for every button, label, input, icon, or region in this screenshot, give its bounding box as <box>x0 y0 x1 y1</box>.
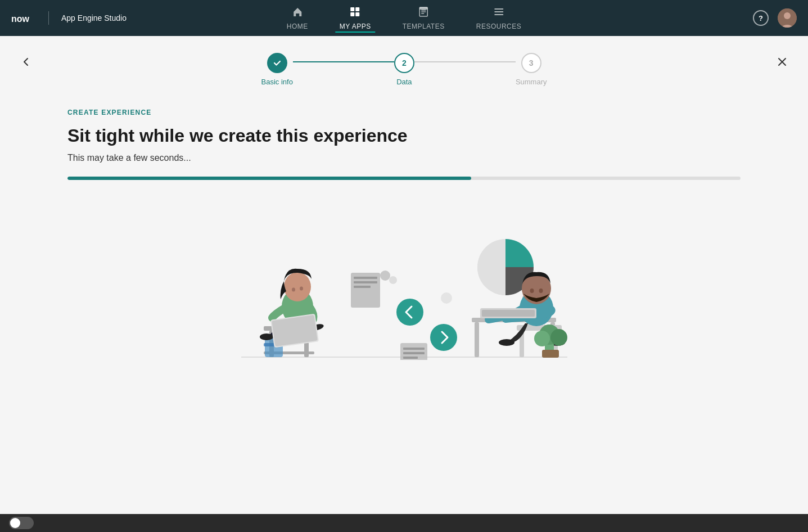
nav-tab-home-label: HOME <box>287 22 308 30</box>
page-subtitle: This may take a few seconds... <box>67 153 741 163</box>
svg-rect-63 <box>542 350 559 358</box>
app-name: App Engine Studio <box>61 13 127 22</box>
svg-point-40 <box>389 276 397 284</box>
step-basic-info: Basic info <box>261 53 293 86</box>
nav-divider <box>48 11 49 25</box>
svg-rect-44 <box>475 322 479 357</box>
now-logo: now <box>11 10 36 26</box>
svg-point-41 <box>441 292 452 304</box>
toggle-switch[interactable] <box>9 517 34 529</box>
top-navigation: now App Engine Studio HOME MY APP <box>0 0 808 36</box>
step-summary-circle: 3 <box>521 53 541 73</box>
svg-point-24 <box>284 272 311 301</box>
nav-tab-myapps[interactable]: MY APPS <box>335 4 376 33</box>
svg-rect-4 <box>356 12 360 16</box>
svg-point-52 <box>499 339 514 346</box>
nav-tab-myapps-label: MY APPS <box>340 22 371 30</box>
illustration-svg <box>230 208 579 360</box>
svg-point-61 <box>550 329 567 346</box>
svg-rect-6 <box>419 7 427 10</box>
section-label: CREATE EXPERIENCE <box>67 109 741 116</box>
step-data-circle: 2 <box>394 53 414 73</box>
svg-point-62 <box>534 331 550 346</box>
brand: now App Engine Studio <box>11 10 127 26</box>
svg-point-32 <box>396 299 423 326</box>
svg-rect-3 <box>351 12 355 16</box>
svg-point-25 <box>292 288 295 292</box>
page-body: CREATE EXPERIENCE Sit tight while we cre… <box>34 97 774 360</box>
svg-point-31 <box>380 270 390 281</box>
myapps-icon <box>350 6 361 20</box>
toggle-knob <box>10 518 20 528</box>
nav-right: ? <box>753 8 797 28</box>
back-button[interactable] <box>17 53 35 71</box>
step-basic-info-label: Basic info <box>261 78 293 86</box>
step-data-label: Data <box>396 78 412 86</box>
svg-point-57 <box>530 288 534 293</box>
svg-rect-7 <box>494 8 503 10</box>
svg-rect-29 <box>354 281 377 283</box>
svg-text:now: now <box>11 14 30 24</box>
svg-rect-9 <box>494 14 503 15</box>
svg-point-26 <box>300 287 303 291</box>
bottom-bar <box>0 514 808 532</box>
step-connector-2 <box>414 61 516 62</box>
svg-rect-28 <box>354 277 377 279</box>
home-icon <box>292 6 303 20</box>
svg-rect-37 <box>403 348 425 350</box>
resources-icon <box>493 6 504 20</box>
step-data: 2 Data <box>394 53 414 86</box>
svg-rect-8 <box>494 11 503 12</box>
svg-point-33 <box>430 324 457 351</box>
step-data-number: 2 <box>402 58 407 67</box>
svg-rect-2 <box>356 7 360 11</box>
nav-tabs: HOME MY APPS TEMPLATES <box>282 4 526 33</box>
help-button[interactable]: ? <box>753 10 769 26</box>
step-summary-number: 3 <box>529 58 534 67</box>
svg-rect-55 <box>482 310 535 317</box>
svg-point-11 <box>784 12 791 19</box>
page-title: Sit tight while we create this experienc… <box>67 125 741 146</box>
step-connector-1 <box>293 61 394 62</box>
nav-tab-resources-label: RESOURCES <box>476 22 522 30</box>
svg-rect-38 <box>403 352 425 354</box>
user-avatar[interactable] <box>778 8 797 28</box>
nav-tab-templates-label: TEMPLATES <box>403 22 445 30</box>
wizard-steps: Basic info 2 Data 3 Summary <box>34 36 774 97</box>
svg-rect-1 <box>351 7 355 11</box>
templates-icon <box>418 6 429 20</box>
nav-tab-templates[interactable]: TEMPLATES <box>398 4 449 33</box>
nav-tab-resources[interactable]: RESOURCES <box>472 4 526 33</box>
svg-rect-30 <box>354 286 371 288</box>
nav-tab-home[interactable]: HOME <box>282 4 313 33</box>
step-basic-info-circle <box>267 53 287 73</box>
step-summary: 3 Summary <box>516 53 547 86</box>
progress-bar-fill <box>67 177 471 180</box>
svg-rect-39 <box>403 357 418 359</box>
close-button[interactable] <box>773 53 791 71</box>
progress-bar-container <box>67 177 741 180</box>
illustration <box>67 202 741 360</box>
step-summary-label: Summary <box>516 78 547 86</box>
main-content: Basic info 2 Data 3 Summary CREATE EXPER… <box>0 36 808 514</box>
svg-point-20 <box>260 333 273 340</box>
svg-point-58 <box>539 288 543 293</box>
